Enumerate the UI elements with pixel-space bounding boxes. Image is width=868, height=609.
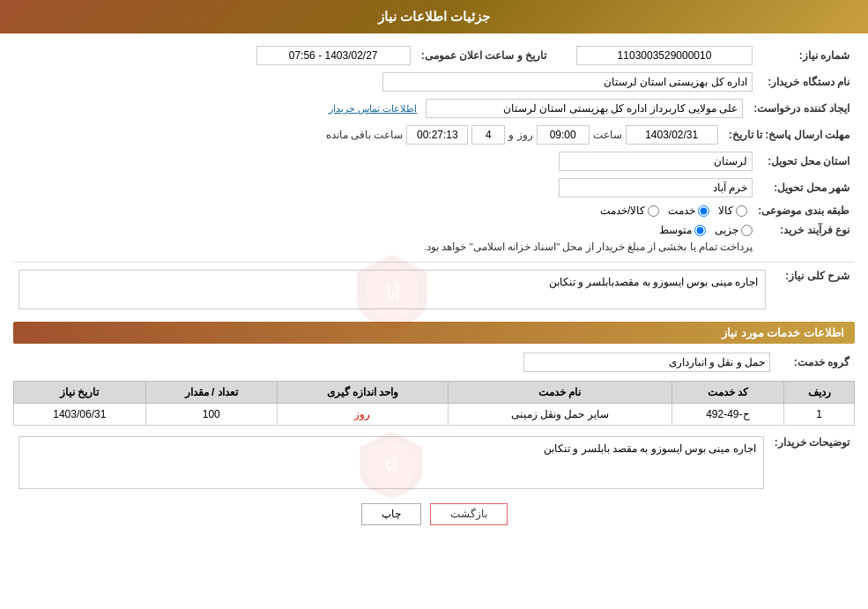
back-button[interactable]: بازگشت xyxy=(430,503,508,525)
category-kala-khedmat-option[interactable]: کالا/خدمت xyxy=(600,204,659,217)
description-box: آنا اجاره مینی بوس ایسوزو به مقصدبابلسر … xyxy=(19,270,766,309)
creator-label: ایجاد کننده درخواست: xyxy=(748,95,855,122)
deadline-remaining-label: ساعت باقی مانده xyxy=(326,129,404,141)
category-kala-option[interactable]: کالا xyxy=(718,204,747,217)
col-date: تاریخ نیاز xyxy=(14,382,146,404)
buyer-desc-box: آنا اجاره مینی بوس ایسوزو به مقصد بابلسر… xyxy=(19,436,764,489)
cell-row-num: 1 xyxy=(784,404,855,426)
cell-unit: روز xyxy=(277,404,448,426)
purchase-type-jozi[interactable]: جزیی xyxy=(715,224,753,236)
watermark-shield-2: آنا xyxy=(347,427,435,498)
deadline-date-input xyxy=(626,125,718,145)
svg-text:آنا: آنا xyxy=(386,282,401,302)
category-khedmat-option[interactable]: خدمت xyxy=(668,204,709,217)
col-service-code: کد خدمت xyxy=(671,382,784,404)
description-text: اجاره مینی بوس ایسوزو به مقصدبابلسر و تن… xyxy=(549,276,758,288)
deadline-remaining-input xyxy=(406,125,468,145)
delivery-city-input xyxy=(559,178,753,197)
page-header: جزئیات اطلاعات نیاز xyxy=(0,0,868,33)
cell-service-name: سایر حمل ونقل زمینی xyxy=(448,404,671,426)
delivery-province-input xyxy=(559,152,753,171)
deadline-days-input xyxy=(471,125,505,145)
purchase-type-label: نوع فرآیند خرید: xyxy=(758,220,855,258)
cell-date: 1403/06/31 xyxy=(14,404,146,426)
cell-quantity: 100 xyxy=(145,404,277,426)
deadline-time-input xyxy=(537,125,590,145)
need-number-input xyxy=(576,46,753,65)
print-button[interactable]: چاپ xyxy=(361,503,421,525)
buyer-org-input xyxy=(382,72,753,92)
creator-input xyxy=(426,99,743,118)
buyer-desc-label: توضیحات خریدار: xyxy=(769,433,855,493)
purchase-type-motosat[interactable]: متوسط xyxy=(659,224,706,236)
need-number-label: شماره نیاز: xyxy=(758,42,855,69)
deadline-label: مهلت ارسال پاسخ: تا تاریخ: xyxy=(723,122,855,148)
delivery-city-label: شهر محل تحویل: xyxy=(758,175,855,201)
services-table: ردیف کد خدمت نام خدمت واحد اندازه گیری ت… xyxy=(13,381,855,426)
table-row: 1 ح-49-492 سایر حمل ونقل زمینی روز 100 1… xyxy=(14,404,855,426)
page-title: جزئیات اطلاعات نیاز xyxy=(378,9,490,24)
buyer-desc-text: اجاره مینی بوس ایسوزو به مقصد بابلسر و ت… xyxy=(544,442,756,455)
col-row-num: ردیف xyxy=(784,382,855,404)
buyer-org-label: نام دستگاه خریدار: xyxy=(758,69,855,95)
deadline-time-label: ساعت xyxy=(593,129,622,141)
cell-service-code: ح-49-492 xyxy=(671,404,784,426)
col-unit: واحد اندازه گیری xyxy=(277,382,448,404)
watermark-shield: آنا xyxy=(348,250,436,330)
category-label: طبقه بندی موضوعی: xyxy=(753,201,855,220)
contact-link[interactable]: اطلاعات تماس خریدار xyxy=(329,103,417,115)
service-group-input xyxy=(523,353,770,372)
delivery-province-label: استان محل تحویل: xyxy=(758,148,855,175)
announce-date-label: تاریخ و ساعت اعلان عمومی: xyxy=(416,42,564,69)
service-group-label: گروه خدمت: xyxy=(775,349,855,375)
deadline-days-label: روز و xyxy=(508,129,532,141)
description-label: شرح کلی نیاز: xyxy=(771,266,855,313)
announce-date-input xyxy=(256,46,411,65)
col-service-name: نام خدمت xyxy=(448,382,671,404)
col-quantity: تعداد / مقدار xyxy=(145,382,277,404)
svg-text:آنا: آنا xyxy=(385,456,398,473)
